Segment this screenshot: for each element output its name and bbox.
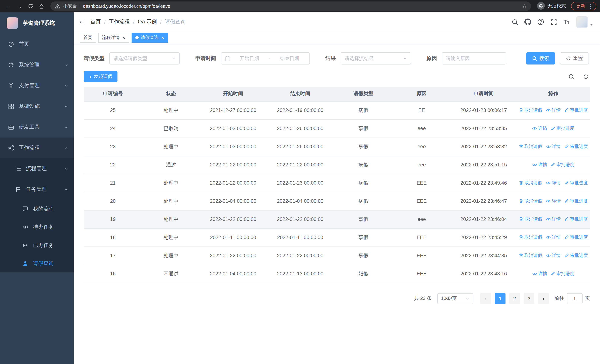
header-search-icon[interactable] bbox=[511, 18, 518, 26]
sidebar-item-my-processes[interactable]: 我的流程 bbox=[0, 200, 74, 218]
cell-start-time: 2022-01-22 00:00:00 bbox=[200, 246, 266, 265]
action-progress-link[interactable]: 审批进度 bbox=[551, 162, 574, 168]
action-detail-link[interactable]: 详情 bbox=[546, 198, 561, 205]
cell-actions: 详情审批进度 bbox=[517, 119, 590, 138]
sidebar-item-workflow[interactable]: 工作流程 bbox=[0, 138, 74, 158]
bookmark-star-icon[interactable]: ☆ bbox=[520, 2, 529, 10]
result-select[interactable]: 请选择流结果 bbox=[341, 52, 411, 65]
sidebar-item-leave-query[interactable]: 请假查询 bbox=[0, 254, 74, 272]
sidebar-item-system[interactable]: 系统管理 bbox=[0, 55, 74, 75]
action-progress-link[interactable]: 审批进度 bbox=[564, 198, 588, 204]
next-page-button[interactable]: › bbox=[538, 293, 549, 304]
cell-reason: eee bbox=[393, 138, 451, 156]
page-button-3[interactable]: 3 bbox=[524, 293, 534, 304]
sidebar-item-process-management[interactable]: 流程管理 bbox=[0, 158, 74, 179]
eye-icon bbox=[546, 254, 551, 258]
tab-process-detail[interactable]: 流程详情 bbox=[98, 33, 129, 43]
font-size-icon[interactable] bbox=[563, 18, 570, 26]
action-progress-link[interactable]: 审批进度 bbox=[564, 252, 588, 259]
forward-icon[interactable]: → bbox=[15, 2, 24, 10]
sidebar-fold-icon[interactable] bbox=[79, 19, 85, 25]
leave-table: 申请编号 状态 开始时间 结束时间 请假类型 原因 申请时间 操作 25处理中2… bbox=[84, 87, 590, 283]
action-cancel-link[interactable]: 取消请假 bbox=[519, 180, 542, 186]
sidebar-item-task-management[interactable]: 任务管理 bbox=[0, 179, 74, 200]
home-icon[interactable] bbox=[37, 2, 46, 10]
action-progress-link[interactable]: 审批进度 bbox=[564, 234, 588, 241]
chevron-down-icon bbox=[466, 296, 469, 300]
action-label: 取消请假 bbox=[525, 234, 542, 241]
github-icon[interactable] bbox=[524, 18, 531, 26]
sidebar-item-infrastructure[interactable]: 基础设施 bbox=[0, 96, 74, 117]
leave-type-select[interactable]: 请选择请假类型 bbox=[109, 52, 180, 65]
action-progress-link[interactable]: 审批进度 bbox=[564, 216, 588, 222]
browser-update-button[interactable]: 更新 ⋮ bbox=[571, 2, 596, 10]
action-cancel-link[interactable]: 取消请假 bbox=[519, 198, 542, 204]
action-progress-link[interactable]: 审批进度 bbox=[564, 180, 588, 186]
action-detail-link[interactable]: 详情 bbox=[532, 162, 547, 168]
action-detail-link[interactable]: 详情 bbox=[532, 271, 547, 277]
action-detail-link[interactable]: 详情 bbox=[546, 180, 561, 186]
action-progress-link[interactable]: 审批进度 bbox=[564, 107, 588, 113]
cell-end-time: 2022-01-04 00:00:00 bbox=[266, 192, 334, 210]
action-cancel-link[interactable]: 取消请假 bbox=[519, 107, 542, 113]
action-detail-link[interactable]: 详情 bbox=[546, 107, 561, 114]
page-button-1[interactable]: 1 bbox=[495, 293, 506, 304]
toolbar-search-toggle-icon[interactable] bbox=[567, 73, 576, 81]
page-button-2[interactable]: 2 bbox=[509, 293, 520, 304]
breadcrumb-workflow[interactable]: 工作流程 bbox=[109, 19, 130, 25]
help-icon[interactable] bbox=[537, 18, 544, 26]
cell-start-time: 2021-12-27 00:00:00 bbox=[200, 101, 266, 119]
reset-button[interactable]: 重置 bbox=[560, 52, 589, 65]
fullscreen-icon[interactable] bbox=[550, 18, 557, 26]
user-avatar[interactable] bbox=[576, 16, 593, 28]
cell-start-time: 2022-01-11 00:00:00 bbox=[200, 228, 266, 246]
tab-leave-query[interactable]: 请假查询 bbox=[131, 33, 168, 43]
action-cancel-link[interactable]: 取消请假 bbox=[519, 234, 542, 241]
sidebar-item-done-tasks[interactable]: 已办任务 bbox=[0, 236, 74, 254]
sidebar-item-devtools[interactable]: 研发工具 bbox=[0, 117, 74, 138]
chevron-down-icon bbox=[64, 125, 68, 129]
action-detail-link[interactable]: 详情 bbox=[546, 216, 561, 223]
sidebar-item-home[interactable]: 首页 bbox=[0, 34, 74, 55]
sidebar-item-todo-tasks[interactable]: 待办任务 bbox=[0, 218, 74, 236]
cell-start-time: 2022-01-22 00:00:00 bbox=[200, 156, 266, 174]
reload-icon[interactable] bbox=[26, 2, 35, 10]
action-detail-link[interactable]: 详情 bbox=[546, 253, 561, 259]
action-detail-link[interactable]: 详情 bbox=[546, 144, 561, 150]
search-button[interactable]: 搜索 bbox=[526, 52, 555, 65]
close-icon[interactable] bbox=[161, 36, 165, 39]
create-leave-button[interactable]: + 发起请假 bbox=[84, 71, 117, 82]
action-label: 取消请假 bbox=[525, 143, 542, 150]
sidebar-item-payment[interactable]: 支付管理 bbox=[0, 75, 74, 96]
tab-home[interactable]: 首页 bbox=[80, 33, 96, 43]
browser-menu-icon[interactable]: ⋮ bbox=[588, 3, 593, 9]
goto-page-input[interactable] bbox=[567, 293, 582, 304]
action-progress-link[interactable]: 审批进度 bbox=[551, 271, 574, 277]
browser-chrome: ← → 不安全 dashboard.yudao.iocoder.cn/bpm/o… bbox=[0, 0, 600, 12]
app-header: 首页 / 工作流程 / OA 示例 / 请假查询 bbox=[74, 12, 600, 31]
address-bar[interactable]: 不安全 dashboard.yudao.iocoder.cn/bpm/oa/le… bbox=[50, 1, 531, 11]
close-icon[interactable] bbox=[122, 36, 126, 39]
yen-icon bbox=[8, 83, 14, 89]
cell-reason: EEE bbox=[393, 265, 451, 283]
action-cancel-link[interactable]: 取消请假 bbox=[519, 143, 542, 150]
action-cancel-link[interactable]: 取消请假 bbox=[519, 252, 542, 259]
action-progress-link[interactable]: 审批进度 bbox=[551, 125, 574, 131]
action-label: 详情 bbox=[538, 162, 547, 168]
breadcrumb-home[interactable]: 首页 bbox=[90, 19, 101, 25]
toolbar-refresh-icon[interactable] bbox=[582, 73, 590, 81]
action-cancel-link[interactable]: 取消请假 bbox=[519, 216, 542, 222]
dashboard-icon bbox=[8, 41, 14, 47]
sidebar-item-label: 请假查询 bbox=[33, 260, 68, 267]
prev-page-button[interactable]: ‹ bbox=[480, 293, 491, 304]
sidebar-item-label: 工作流程 bbox=[19, 145, 59, 151]
reason-input[interactable] bbox=[442, 53, 506, 64]
back-icon[interactable]: ← bbox=[4, 2, 13, 10]
action-progress-link[interactable]: 审批进度 bbox=[564, 143, 588, 150]
cell-leave-type: 病假 bbox=[334, 156, 393, 174]
action-detail-link[interactable]: 详情 bbox=[532, 125, 547, 132]
page-size-select[interactable]: 10条/页 bbox=[437, 293, 473, 304]
breadcrumb-oa-example[interactable]: OA 示例 bbox=[138, 19, 157, 25]
apply-time-range-picker[interactable]: 开始日期 - 结束日期 bbox=[221, 52, 310, 65]
action-detail-link[interactable]: 详情 bbox=[546, 234, 561, 241]
